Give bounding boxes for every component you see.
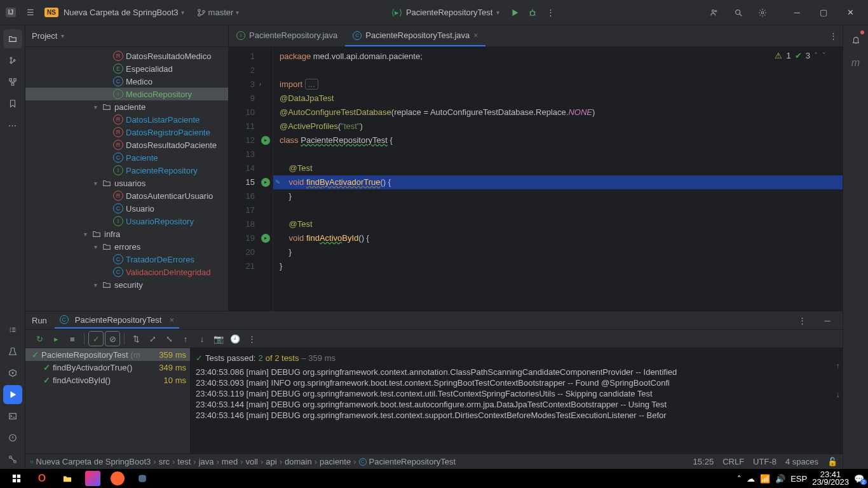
close-button[interactable]: ✕ [837,3,863,22]
services-toolwindow-button[interactable] [3,363,22,383]
scroll-down-button[interactable]: ↓ [836,390,841,399]
file-encoding[interactable]: UTF-8 [753,457,776,466]
tree-item[interactable]: ▾paciente [25,100,228,113]
run-tab[interactable]: C PacienteRepositoryTest × [55,313,179,329]
run-config-selector[interactable]: ⟨▸⟩ PacienteRepositoryTest ▾ [385,4,506,22]
rerun-button[interactable]: ↻ [32,331,47,346]
project-selector[interactable]: Nueva Carpeta de SpringBoot3 ▾ [64,8,184,17]
tree-item[interactable]: EEspecialidad [25,62,228,75]
more-toolwindows-button[interactable]: ⋯ [3,116,22,135]
file-explorer-taskbar-icon[interactable] [55,470,80,487]
clock-widget[interactable]: 23:41 23/9/2023 [812,471,849,486]
export-button[interactable]: 📷 [211,331,226,346]
minimize-button[interactable]: ─ [784,3,810,22]
tree-item[interactable]: IUsuarioRepository [25,215,228,227]
tree-item[interactable]: RDatosResultadoMedico [25,50,228,62]
problems-toolwindow-button[interactable] [3,428,22,447]
tree-item[interactable]: ▾usuarios [25,177,228,189]
next-test-button[interactable]: ↓ [194,331,210,346]
run-options-button[interactable]: ⋮ [793,311,811,329]
search-everywhere-button[interactable] [729,4,747,22]
tree-item[interactable]: RDatosListarPaciente [25,113,228,126]
hide-toolwindow-button[interactable]: ─ [818,311,836,329]
stop-button[interactable]: ■ [65,331,80,346]
code-editor[interactable]: ⚠1 ✔3 ˄ ˅ 123›9101112▸131415▸✎16171819▸2… [229,47,843,311]
structure-toolwindow-button[interactable] [3,72,22,92]
project-tree[interactable]: RDatosResultadoMedicoEEspecialidadCMedic… [25,47,228,311]
history-button[interactable]: 🕘 [227,331,243,346]
tree-item[interactable]: ▾infra [25,227,228,240]
nav-arrows[interactable]: ˄ ˅ [814,51,827,60]
onedrive-tray-icon[interactable]: ☁ [747,474,755,484]
tree-item[interactable]: CUsuario [25,202,228,215]
start-button[interactable] [4,470,29,487]
terminal-toolwindow-button[interactable] [3,407,22,426]
action-center-button[interactable]: 💬2 [854,474,864,484]
vcs-toolwindow-button[interactable] [3,450,22,469]
prev-test-button[interactable]: ↑ [178,331,193,346]
editor-tab[interactable]: CPacienteRepositoryTest.java× [345,25,485,46]
scroll-up-button[interactable]: ↑ [836,361,841,370]
maximize-button[interactable]: ▢ [811,3,836,22]
tree-item[interactable]: CMedico [25,75,228,88]
indent-config[interactable]: 4 spaces [785,457,818,466]
collapse-all-button[interactable]: ⤡ [161,331,177,346]
language-indicator[interactable]: ESP [790,474,807,484]
run-toolwindow-title[interactable]: Run [32,316,47,325]
dbeaver-taskbar-icon[interactable] [130,470,155,487]
tree-item[interactable]: ▾errores [25,240,228,253]
tree-item[interactable]: RDatosResultadoPaciente [25,139,228,151]
tree-item[interactable]: ▾security [25,278,228,291]
postman-taskbar-icon[interactable] [111,471,125,485]
close-icon[interactable]: × [473,31,478,40]
cursor-position[interactable]: 15:25 [693,457,714,466]
code-with-me-button[interactable] [705,4,723,22]
volume-tray-icon[interactable]: 🔊 [775,474,785,484]
tree-item[interactable]: RDatosAutenticarUsuario [25,189,228,202]
bookmarks-toolwindow-button[interactable] [3,94,22,113]
intellij-taskbar-icon[interactable] [85,471,100,486]
editor-tab[interactable]: IPacienteRepository.java [229,25,345,46]
build-toolwindow-button[interactable] [3,342,22,361]
project-pane-header[interactable]: Project ▾ [25,25,228,47]
test-tree[interactable]: ✓PacienteRepositoryTest(m359 ms✓findByAc… [25,348,191,454]
readonly-toggle[interactable]: 🔓 [827,457,837,466]
tree-item[interactable]: IPacienteRepository [25,164,228,177]
opera-taskbar-icon[interactable]: O [29,470,55,487]
show-passed-toggle[interactable]: ✓ [88,331,104,346]
test-tree-item[interactable]: ✓findActivoById()10 ms [25,374,190,386]
editor-gutter[interactable]: 123›9101112▸131415▸✎16171819▸2021 [229,47,273,311]
tabs-menu-button[interactable]: ⋮ [824,25,843,46]
breadcrumb[interactable]: ▫Nueva Carpeta de SpringBoot3›src›test›j… [31,457,456,466]
tree-item[interactable]: CTratadorDeErrores [25,253,228,266]
tree-item[interactable]: RDatosRegistroPaciente [25,126,228,139]
code-content[interactable]: package med.voll.api.domain.paciente; im… [273,47,843,311]
rerun-failed-button[interactable]: ▸ [48,331,64,346]
todo-toolwindow-button[interactable] [3,320,22,339]
main-menu-button[interactable]: ☰ [22,4,39,22]
tray-expand-icon[interactable]: ˄ [737,474,742,484]
maven-toolwindow-button[interactable]: m [851,57,860,69]
test-tree-item[interactable]: ✓PacienteRepositoryTest(m359 ms [25,348,190,361]
tree-item[interactable]: IMedicoRepository [25,88,228,100]
project-toolwindow-button[interactable] [3,29,22,48]
sort-button[interactable]: ⇅ [128,331,144,346]
tree-item[interactable]: CPaciente [25,151,228,164]
close-icon[interactable]: × [169,315,174,325]
line-separator[interactable]: CRLF [722,457,744,466]
more-actions-button[interactable]: ⋮ [541,4,559,22]
expand-all-button[interactable]: ⤢ [145,331,160,346]
debug-button[interactable] [524,4,541,22]
tree-item[interactable]: CValidacionDeIntegridad [25,266,228,278]
notifications-button[interactable] [846,30,865,50]
run-button[interactable] [506,4,524,22]
network-tray-icon[interactable]: 📶 [760,474,770,484]
run-toolwindow-button[interactable] [3,385,22,404]
inspection-widget[interactable]: ⚠1 ✔3 ˄ ˅ [772,50,830,62]
test-settings-button[interactable]: ⋮ [244,331,259,346]
commit-toolwindow-button[interactable] [3,51,22,70]
vcs-branch-widget[interactable]: master ▾ [197,8,240,17]
show-ignored-toggle[interactable]: ⊘ [105,331,120,346]
test-tree-item[interactable]: ✓findByActivadorTrue()349 ms [25,361,190,374]
test-console[interactable]: ✓ Tests passed: 2 of 2 tests – 359 ms 23… [191,348,843,454]
